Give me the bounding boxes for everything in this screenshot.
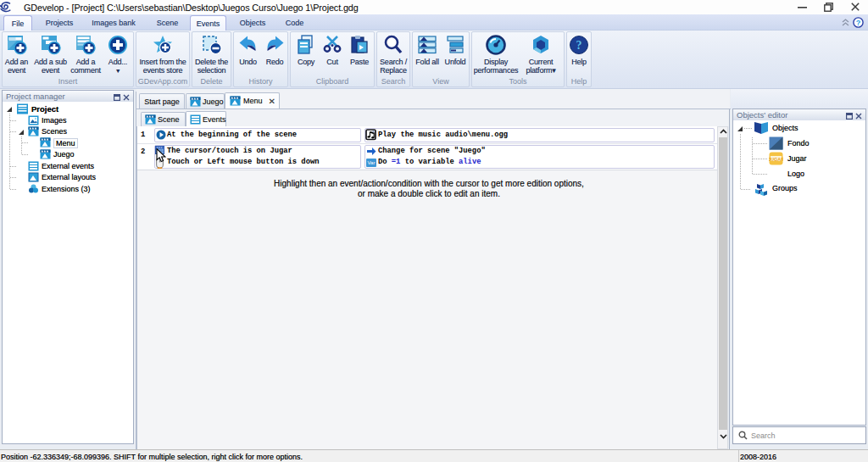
- svg-text:?: ?: [576, 39, 582, 52]
- svg-text:JUGAR: JUGAR: [769, 157, 783, 162]
- svg-text:?: ?: [856, 19, 861, 27]
